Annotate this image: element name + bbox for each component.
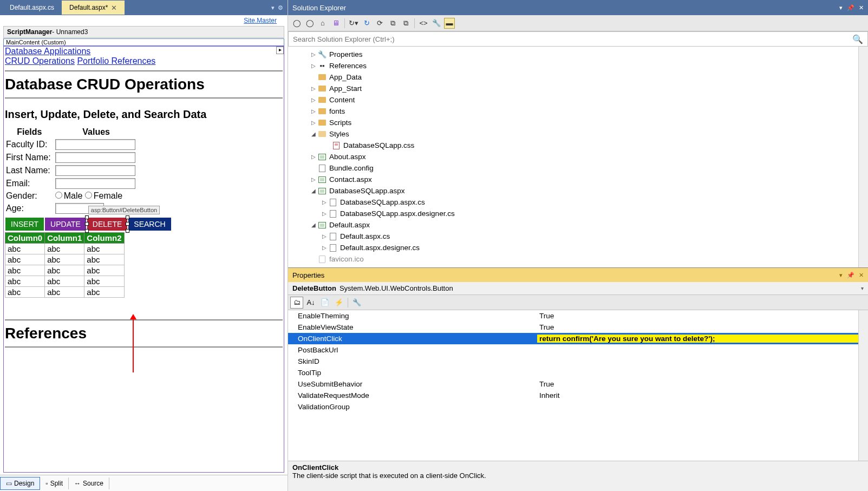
chevron-down-icon[interactable]: ▾ bbox=[861, 285, 864, 291]
tree-contact[interactable]: ▷Contact.aspx bbox=[288, 174, 858, 185]
preview-icon[interactable]: ▬ bbox=[444, 18, 455, 29]
view-mode-bar: ▭Design ▫Split ↔Source bbox=[0, 475, 288, 491]
tree-fonts[interactable]: ▷fonts bbox=[288, 106, 858, 117]
label-gender: Gender: bbox=[5, 190, 54, 202]
panel-title-text: Properties bbox=[292, 271, 324, 279]
tree-default-cs[interactable]: ▷Default.aspx.cs bbox=[288, 231, 858, 242]
close-icon[interactable]: ✕ bbox=[111, 4, 117, 12]
forward-icon[interactable]: ◯ bbox=[304, 18, 315, 29]
radio-female[interactable] bbox=[85, 192, 92, 199]
showall-icon[interactable]: ⧉ bbox=[400, 18, 411, 29]
radio-female-wrap[interactable]: Female bbox=[85, 191, 122, 200]
radio-male-wrap[interactable]: Male bbox=[55, 191, 83, 200]
prop-row[interactable]: EnableViewStateTrue bbox=[288, 322, 858, 333]
tree-dbsqlapp-cs[interactable]: ▷DatabaseSQLapp.aspx.cs bbox=[288, 197, 858, 208]
editor-pane: Default.aspx.cs Default.aspx* ✕ ▾ ⚙ Site… bbox=[0, 0, 288, 491]
wrench-icon[interactable]: 🔧 bbox=[350, 297, 363, 309]
first-name-field[interactable] bbox=[55, 152, 135, 163]
tree-default-designer[interactable]: ▷Default.aspx.designer.cs bbox=[288, 242, 858, 253]
mode-source[interactable]: ↔Source bbox=[69, 477, 109, 489]
tree-dbsqlapp-designer[interactable]: ▷DatabaseSQLapp.aspx.designer.cs bbox=[288, 208, 858, 219]
solution-tree[interactable]: ▷🔧Properties ▷▪▪References App_Data ▷App… bbox=[288, 47, 858, 267]
tree-styles-css[interactable]: DatabaseSQLapp.css bbox=[288, 140, 858, 151]
gear-icon[interactable]: ⚙ bbox=[278, 4, 283, 11]
selection-handle[interactable] bbox=[85, 222, 89, 226]
data-grid: Column0 Column1 Column2 abcabcabc abcabc… bbox=[5, 232, 125, 298]
selection-handle[interactable] bbox=[126, 229, 129, 233]
toggle-handle-icon[interactable]: ▸ bbox=[276, 47, 284, 54]
pin-icon[interactable]: 📌 bbox=[847, 272, 854, 279]
search-button[interactable]: SEARCH bbox=[128, 217, 171, 231]
selection-handle[interactable] bbox=[126, 222, 129, 226]
insert-button[interactable]: INSERT bbox=[5, 217, 44, 231]
scrollbar[interactable] bbox=[858, 310, 868, 461]
tree-dbsqlapp[interactable]: ◢DatabaseSQLapp.aspx bbox=[288, 185, 858, 197]
categorized-icon[interactable]: 🗂 bbox=[290, 297, 303, 309]
prop-row[interactable]: SkinID bbox=[288, 356, 858, 367]
search-icon[interactable]: 🔍 bbox=[848, 34, 867, 44]
sitemaster-link[interactable]: Site.Master bbox=[244, 17, 277, 24]
selection-handle[interactable] bbox=[85, 229, 89, 233]
prop-row[interactable]: EnableThemingTrue bbox=[288, 310, 858, 322]
mode-design[interactable]: ▭Design bbox=[0, 477, 40, 490]
tree-favicon[interactable]: favicon.ico bbox=[288, 253, 858, 265]
scriptmanager-row[interactable]: ScriptManager - Unnamed3 bbox=[3, 26, 284, 38]
code-icon[interactable]: <> bbox=[418, 18, 429, 29]
dropdown-icon[interactable]: ▾ bbox=[839, 272, 843, 279]
update-button[interactable]: UPDATE bbox=[44, 217, 87, 231]
back-icon[interactable]: ◯ bbox=[291, 18, 302, 29]
scrollbar[interactable] bbox=[858, 47, 868, 267]
page-icon[interactable]: 📄 bbox=[318, 297, 331, 309]
mode-split[interactable]: ▫Split bbox=[40, 477, 69, 489]
home-icon[interactable]: ⌂ bbox=[317, 18, 328, 29]
radio-male[interactable] bbox=[55, 192, 62, 199]
close-icon[interactable]: ✕ bbox=[859, 272, 864, 279]
tree-styles[interactable]: ◢Styles bbox=[288, 128, 858, 140]
tree-bundle[interactable]: Bundle.config bbox=[288, 162, 858, 174]
properties-grid[interactable]: EnableThemingTrue EnableViewStateTrue On… bbox=[288, 310, 858, 461]
link-database-applications[interactable]: Database Applications bbox=[5, 47, 90, 56]
tab-default-cs[interactable]: Default.aspx.cs bbox=[2, 1, 62, 15]
prop-row[interactable]: ToolTip bbox=[288, 367, 858, 378]
email-field[interactable] bbox=[55, 178, 135, 189]
dropdown-icon[interactable]: ▾ bbox=[839, 4, 843, 11]
close-icon[interactable]: ✕ bbox=[859, 4, 864, 11]
label-first-name: First Name: bbox=[5, 151, 54, 164]
collapse-icon[interactable]: ⧉ bbox=[387, 18, 398, 29]
alphabetical-icon[interactable]: A↓ bbox=[304, 297, 317, 309]
tree-scripts[interactable]: ▷Scripts bbox=[288, 117, 858, 128]
refresh2-icon[interactable]: ⟳ bbox=[374, 18, 385, 29]
properties-icon[interactable]: 🔧 bbox=[431, 18, 442, 29]
selection-handle[interactable] bbox=[126, 215, 129, 219]
search-input[interactable] bbox=[289, 35, 848, 43]
selection-handle[interactable] bbox=[85, 215, 89, 219]
prop-row[interactable]: ValidateRequestModeInherit bbox=[288, 390, 858, 401]
refresh-icon[interactable]: ↻ bbox=[361, 18, 372, 29]
prop-row[interactable]: ValidationGroup bbox=[288, 401, 858, 413]
prop-row[interactable]: PostBackUrl bbox=[288, 344, 858, 356]
tab-default-aspx[interactable]: Default.aspx* ✕ bbox=[62, 1, 125, 15]
tree-content[interactable]: ▷Content bbox=[288, 94, 858, 106]
delete-button[interactable]: asp:Button#DeleteButton DELETE bbox=[87, 217, 128, 231]
events-icon[interactable]: ⚡ bbox=[332, 297, 345, 309]
tree-app-start[interactable]: ▷App_Start bbox=[288, 83, 858, 94]
tree-default[interactable]: ◢Default.aspx bbox=[288, 219, 858, 231]
faculty-id-field[interactable] bbox=[55, 139, 135, 150]
prop-row-onclientclick[interactable]: OnClientClickreturn confirm('Are you sur… bbox=[288, 333, 858, 344]
tree-app-data[interactable]: App_Data bbox=[288, 71, 858, 83]
link-crud-operations[interactable]: CRUD Operations bbox=[5, 56, 75, 66]
refresh-dropdown-icon[interactable]: ↻▾ bbox=[348, 18, 359, 29]
object-name: DeleteButton bbox=[292, 284, 336, 292]
sync-icon[interactable]: 🖥 bbox=[330, 18, 341, 29]
pin-icon[interactable]: 📌 bbox=[847, 4, 854, 11]
maincontent-tag[interactable]: MainContent (Custom) bbox=[3, 38, 284, 46]
dropdown-icon[interactable]: ▾ bbox=[271, 4, 275, 11]
last-name-field[interactable] bbox=[55, 165, 135, 176]
link-portfolio-references[interactable]: Portfolio References bbox=[77, 56, 155, 66]
design-stage[interactable]: ▸ Database Applications CRUD Operations … bbox=[3, 46, 284, 473]
prop-row[interactable]: UseSubmitBehaviorTrue bbox=[288, 378, 858, 390]
tree-properties[interactable]: ▷🔧Properties bbox=[288, 49, 858, 60]
properties-object-row[interactable]: DeleteButton System.Web.UI.WebControls.B… bbox=[288, 282, 868, 295]
tree-references[interactable]: ▷▪▪References bbox=[288, 60, 858, 71]
tree-about[interactable]: ▷About.aspx bbox=[288, 151, 858, 162]
